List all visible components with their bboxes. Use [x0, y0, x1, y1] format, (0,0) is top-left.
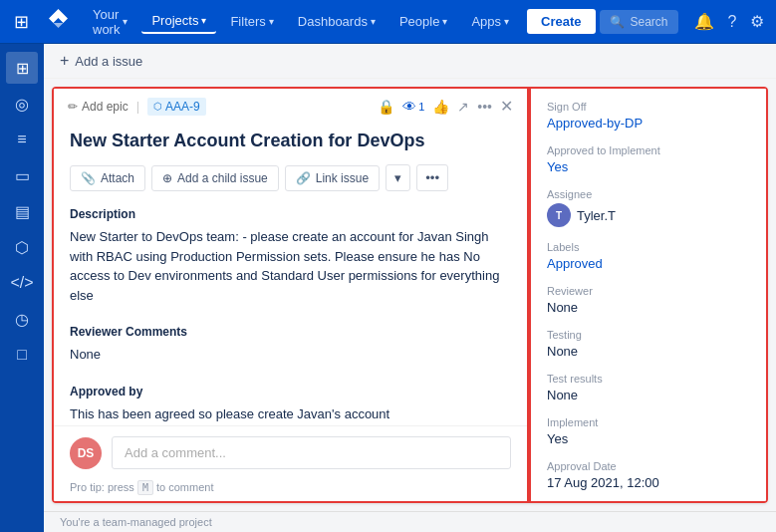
- labels-field: Labels Approved: [547, 241, 750, 271]
- issue-panel: ✏ Add epic | ⬡ AAA-9 🔒 👁 1 👍 ↗: [52, 87, 768, 503]
- child-icon: ⊕: [162, 171, 172, 185]
- pro-tip: Pro tip: press M to comment: [54, 479, 527, 501]
- issue-actions: 📎 Attach ⊕ Add a child issue 🔗 Link issu…: [54, 160, 527, 199]
- testing-value: None: [547, 344, 750, 359]
- approved-by-section: Approved by This has been agreed so plea…: [70, 385, 511, 425]
- description-title: Description: [70, 207, 511, 221]
- jira-logo: [39, 3, 79, 40]
- test-results-label: Test results: [547, 373, 750, 385]
- more-options-button[interactable]: •••: [416, 164, 448, 191]
- create-button[interactable]: Create: [527, 9, 595, 34]
- reviewer-label: Reviewer: [547, 285, 750, 297]
- sidebar-home-icon[interactable]: ⊞: [6, 52, 38, 84]
- add-child-button[interactable]: ⊕ Add a child issue: [151, 165, 279, 191]
- sidebar-backlog-icon[interactable]: ≡: [6, 124, 38, 155]
- pencil-icon: ✏: [68, 100, 78, 114]
- implement-field: Implement Yes: [547, 416, 750, 446]
- sidebar-board-icon[interactable]: ◎: [6, 88, 38, 120]
- projects-menu[interactable]: Projects▾: [141, 9, 216, 34]
- labels-value[interactable]: Approved: [547, 256, 750, 271]
- notifications-icon[interactable]: 🔔: [690, 8, 718, 35]
- nav-actions: 🔔 ? ⚙: [690, 8, 769, 35]
- assignee-avatar: T: [547, 203, 571, 227]
- implement-value: Yes: [547, 431, 750, 446]
- approved-to-implement-value[interactable]: Yes: [547, 159, 750, 174]
- main-layout: ⊞ ◎ ≡ ▭ ▤ ⬡ </> ◷ □ + Add a issue: [0, 44, 776, 532]
- left-sidebar: ⊞ ◎ ≡ ▭ ▤ ⬡ </> ◷ □: [0, 44, 44, 532]
- footer-bar: You're a team-managed project: [44, 511, 776, 532]
- approved-by-text: This has been agreed so please create Ja…: [70, 404, 511, 424]
- approved-to-implement-label: Approved to Implement: [547, 144, 750, 156]
- reviewer-value: None: [547, 300, 750, 315]
- approval-date-label: Approval Date: [547, 460, 750, 472]
- link-issue-button[interactable]: 🔗 Link issue: [285, 165, 380, 191]
- m-key: M: [137, 480, 153, 495]
- assignee-value: Tyler.T: [577, 208, 616, 223]
- plus-icon: +: [60, 52, 69, 70]
- testing-field: Testing None: [547, 329, 750, 359]
- issue-main: ✏ Add epic | ⬡ AAA-9 🔒 👁 1 👍 ↗: [52, 87, 529, 503]
- sign-off-value[interactable]: Approved-by-DP: [547, 116, 750, 131]
- assignee-label: Assignee: [547, 188, 750, 200]
- apps-menu[interactable]: Apps▾: [461, 10, 519, 33]
- assignee-row: T Tyler.T: [547, 203, 750, 227]
- implement-label: Implement: [547, 416, 750, 428]
- approved-by-title: Approved by: [70, 385, 511, 399]
- labels-label: Labels: [547, 241, 750, 253]
- test-results-value: None: [547, 388, 750, 402]
- sign-off-field: Sign Off Approved-by-DP: [547, 101, 750, 131]
- reviewer-comments-text: None: [70, 345, 511, 365]
- more-actions-dropdown[interactable]: ▾: [386, 164, 410, 191]
- filters-menu[interactable]: Filters▾: [220, 10, 283, 33]
- assignee-field: Assignee T Tyler.T: [547, 188, 750, 227]
- sidebar-time-icon[interactable]: ◷: [6, 303, 38, 335]
- description-section: Description New Starter to DevOps team: …: [70, 207, 511, 305]
- test-results-field: Test results None: [547, 373, 750, 402]
- lock-icon[interactable]: 🔒: [378, 99, 394, 115]
- user-avatar: DS: [70, 437, 102, 469]
- add-issue-label: Add a issue: [75, 54, 142, 69]
- dashboards-menu[interactable]: Dashboards▾: [288, 10, 386, 33]
- approval-date-field: Approval Date 17 Aug 2021, 12:00: [547, 460, 750, 490]
- sidebar-pages-icon[interactable]: □: [6, 339, 38, 371]
- search-bar[interactable]: 🔍 Search: [600, 10, 678, 34]
- sidebar-reports-icon[interactable]: ▤: [6, 195, 38, 227]
- people-menu[interactable]: People▾: [389, 10, 457, 33]
- comment-row: DS Add a comment...: [54, 425, 527, 479]
- link-icon: 🔗: [296, 171, 311, 185]
- top-navigation: ⊞ Your work▾ Projects▾ Filters▾ Dashboar…: [0, 0, 776, 44]
- comment-input[interactable]: Add a comment...: [112, 436, 511, 469]
- sidebar-roadmap-icon[interactable]: ▭: [6, 159, 38, 191]
- attach-button[interactable]: 📎 Attach: [70, 165, 145, 191]
- sidebar-components-icon[interactable]: ⬡: [6, 231, 38, 263]
- issue-id: ⬡ AAA-9: [147, 98, 206, 116]
- reviewer-field: Reviewer None: [547, 285, 750, 315]
- add-epic-button[interactable]: ✏ Add epic: [68, 100, 129, 114]
- eye-icon[interactable]: 👁 1: [402, 99, 424, 115]
- sidebar-code-icon[interactable]: </>: [6, 267, 38, 299]
- thumbsup-icon[interactable]: 👍: [432, 99, 449, 115]
- add-issue-bar[interactable]: + Add a issue: [44, 44, 776, 79]
- reviewer-comments-title: Reviewer Comments: [70, 325, 511, 339]
- sign-off-label: Sign Off: [547, 101, 750, 113]
- issue-body: Description New Starter to DevOps team: …: [54, 199, 527, 425]
- your-work-menu[interactable]: Your work▾: [83, 3, 137, 41]
- issue-title: New Starter Account Creation for DevOps: [70, 130, 511, 152]
- paperclip-icon: 📎: [81, 171, 96, 185]
- more-icon[interactable]: •••: [477, 99, 492, 115]
- approval-date-value: 17 Aug 2021, 12:00: [547, 475, 750, 490]
- settings-icon[interactable]: ⚙: [746, 8, 768, 35]
- testing-label: Testing: [547, 329, 750, 341]
- share-icon[interactable]: ↗: [457, 99, 469, 115]
- content-area: + Add a issue ✏ Add epic |: [44, 44, 776, 532]
- close-icon[interactable]: ✕: [500, 97, 513, 116]
- grid-icon[interactable]: ⊞: [8, 5, 35, 39]
- issue-title-section: New Starter Account Creation for DevOps: [54, 122, 527, 160]
- description-text: New Starter to DevOps team: - please cre…: [70, 227, 511, 305]
- help-icon[interactable]: ?: [724, 9, 741, 35]
- approved-to-implement-field: Approved to Implement Yes: [547, 144, 750, 174]
- issue-details-sidebar: Sign Off Approved-by-DP Approved to Impl…: [529, 87, 768, 503]
- reviewer-comments-section: Reviewer Comments None: [70, 325, 511, 365]
